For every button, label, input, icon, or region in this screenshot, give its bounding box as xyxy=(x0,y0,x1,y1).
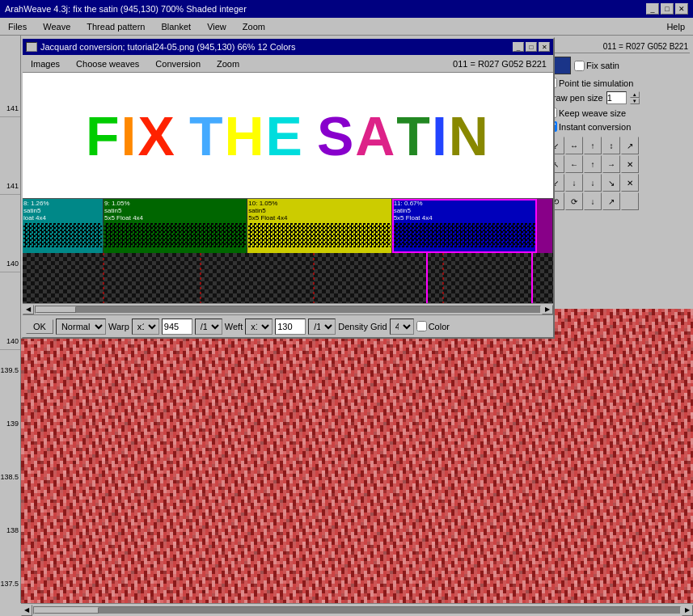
sub-menu-images[interactable]: Images xyxy=(26,57,65,70)
letter-N: N xyxy=(449,108,490,163)
sub-window-icon xyxy=(26,42,37,52)
arr-btn-empty4 xyxy=(621,192,639,210)
warp-value-input[interactable] xyxy=(162,319,192,335)
arrow-grid-3: ↙ ↓ ↓ ↘ ✕ xyxy=(547,174,690,192)
instant-conversion-label[interactable]: Instant conversion xyxy=(547,121,690,132)
strip-10-float: 5x5 Float 4x4 xyxy=(248,214,390,222)
arr-btn-down3b[interactable]: ↓ xyxy=(584,174,602,192)
keep-weave-size-text: Keep weave size xyxy=(559,108,626,118)
letter-A: A xyxy=(355,108,396,163)
color-label: Color xyxy=(429,322,450,331)
color-checkbox-label[interactable]: Color xyxy=(416,321,450,331)
scroll-left-button[interactable]: ◀ xyxy=(23,305,34,314)
fix-satin-checkbox[interactable] xyxy=(574,61,585,71)
close-button[interactable]: ✕ xyxy=(675,3,688,15)
strip-9-weave: satin5 xyxy=(104,207,246,214)
grid-label: Grid xyxy=(370,322,387,331)
strip-9-percent: 9: 1.05% xyxy=(104,200,246,207)
pen-size-label: Draw pen size xyxy=(547,93,603,103)
scroll-track[interactable] xyxy=(35,306,541,314)
weave-strip-8: 8: 1.26% satin5 loat 4x4 xyxy=(23,199,104,253)
ok-button[interactable]: OK xyxy=(26,319,53,334)
arr-btn-x2[interactable]: ✕ xyxy=(621,155,639,173)
sub-menu-conversion[interactable]: Conversion xyxy=(150,57,205,70)
arr-btn-up2[interactable]: ↑ xyxy=(584,155,602,173)
letter-X: X xyxy=(138,108,176,163)
mode-select[interactable]: Normal xyxy=(56,319,106,335)
bottom-scroll-thumb[interactable] xyxy=(34,607,99,614)
menu-view[interactable]: View xyxy=(202,20,231,33)
scroll-right-button[interactable]: ▶ xyxy=(542,305,553,314)
menu-bar: Files Weave Thread pattern Blanket View … xyxy=(0,18,693,36)
strip-8-percent: 8: 1.26% xyxy=(23,200,102,207)
sub-menu-choose-weaves[interactable]: Choose weaves xyxy=(71,57,144,70)
sub-menu-left: Images Choose weaves Conversion Zoom xyxy=(26,57,244,70)
weave-strip-10: 10: 1.05% satin5 5x5 Float 4x4 xyxy=(247,199,391,253)
menu-weave[interactable]: Weave xyxy=(38,20,75,33)
strip-10-percent: 10: 1.05% xyxy=(248,200,390,207)
arr-btn-left2[interactable]: ← xyxy=(565,155,583,173)
strip-10-pattern xyxy=(248,223,390,247)
grid-value[interactable]: 4 xyxy=(390,319,414,335)
arr-btn-down4[interactable]: ↓ xyxy=(584,192,602,210)
image-display: F I X T H E S A T I N xyxy=(23,73,553,198)
point-tie-label[interactable]: Point tie simulation xyxy=(547,78,690,88)
arr-btn-cw4[interactable]: ⟳ xyxy=(565,192,583,210)
weft-multiplier[interactable]: x1 xyxy=(245,319,273,335)
weft-divider[interactable]: /1 xyxy=(308,319,336,335)
letter-T: T xyxy=(189,108,225,163)
bottom-scrollbar[interactable]: ◀ ▶ xyxy=(21,603,693,616)
arrow-grid-2: ↖ ← ↑ → ✕ xyxy=(547,155,690,173)
strip-8-float: loat 4x4 xyxy=(23,214,102,222)
sub-menu-zoom[interactable]: Zoom xyxy=(212,57,244,70)
pen-size-row: Draw pen size ▲ ▼ xyxy=(547,91,690,104)
menu-help[interactable]: Help xyxy=(661,20,690,33)
instant-conversion-text: Instant conversion xyxy=(559,122,631,132)
arr-btn-ud1[interactable]: ↕ xyxy=(602,137,620,154)
arr-btn-se3[interactable]: ↘ xyxy=(602,174,620,192)
pen-size-up[interactable]: ▲ xyxy=(630,91,640,98)
bottom-scroll-right[interactable]: ▶ xyxy=(682,605,693,616)
arr-btn-down3[interactable]: ↓ xyxy=(565,174,583,192)
menu-files[interactable]: Files xyxy=(3,20,32,33)
pen-size-input[interactable] xyxy=(606,91,627,104)
arr-btn-x3[interactable]: ✕ xyxy=(621,174,639,192)
warp-multiplier[interactable]: x1 xyxy=(132,319,159,335)
weft-value-input[interactable] xyxy=(275,319,306,335)
arr-btn-up1[interactable]: ↑ xyxy=(584,137,602,154)
arr-btn-ne1[interactable]: ↗ xyxy=(621,137,639,154)
ruler-label-141a: 141 xyxy=(0,104,20,117)
sub-minimize-button[interactable]: _ xyxy=(513,42,524,52)
pen-size-down[interactable]: ▼ xyxy=(630,98,640,104)
menu-thread-pattern[interactable]: Thread pattern xyxy=(82,20,150,33)
arr-btn-ne4[interactable]: ↗ xyxy=(602,192,620,210)
weave-canvas xyxy=(23,253,553,303)
arr-btn-lr1[interactable]: ↔ xyxy=(565,137,583,154)
right-color-info: 011 = R027 G052 B221 xyxy=(547,40,690,53)
bottom-scroll-track[interactable] xyxy=(33,606,681,614)
sub-maximize-button[interactable]: □ xyxy=(526,42,537,52)
weave-strip-11[interactable]: 11: 0.67% satin5 5x5 Float 4x4 xyxy=(392,199,537,253)
minimize-button[interactable]: _ xyxy=(646,3,659,15)
maximize-button[interactable]: □ xyxy=(661,3,674,15)
menu-blanket[interactable]: Blanket xyxy=(156,20,196,33)
fix-satin-label[interactable]: Fix satin xyxy=(574,61,619,71)
warp-divider[interactable]: /1 xyxy=(195,319,222,335)
fix-satin-text: Fix satin xyxy=(586,61,619,70)
weave-strip-9: 9: 1.05% satin5 5x5 Float 4x4 xyxy=(104,199,247,253)
menu-zoom[interactable]: Zoom xyxy=(238,20,270,33)
ruler-label-138: 138 xyxy=(0,526,20,539)
color-checkbox[interactable] xyxy=(416,321,427,331)
right-panel: 011 = R027 G052 B221 Fix satin Point tie… xyxy=(543,37,693,213)
ruler-label-137-5: 137.5 xyxy=(0,580,20,593)
arr-btn-right2[interactable]: → xyxy=(602,155,620,173)
bottom-scroll-left[interactable]: ◀ xyxy=(21,605,32,616)
arrow-grid-4: ⟲ ⟳ ↓ ↗ xyxy=(547,192,690,210)
left-ruler: 141 141 140 140 139.5 139 138.5 138 137.… xyxy=(0,36,21,603)
scroll-thumb[interactable] xyxy=(36,306,76,313)
sub-color-info: 011 = R027 G052 B221 xyxy=(453,59,550,69)
sub-close-button[interactable]: ✕ xyxy=(539,42,550,52)
keep-weave-size-label[interactable]: Keep weave size xyxy=(547,108,690,118)
h-scrollbar[interactable]: ◀ ▶ xyxy=(23,303,553,314)
strip-8-weave: satin5 xyxy=(23,207,102,214)
